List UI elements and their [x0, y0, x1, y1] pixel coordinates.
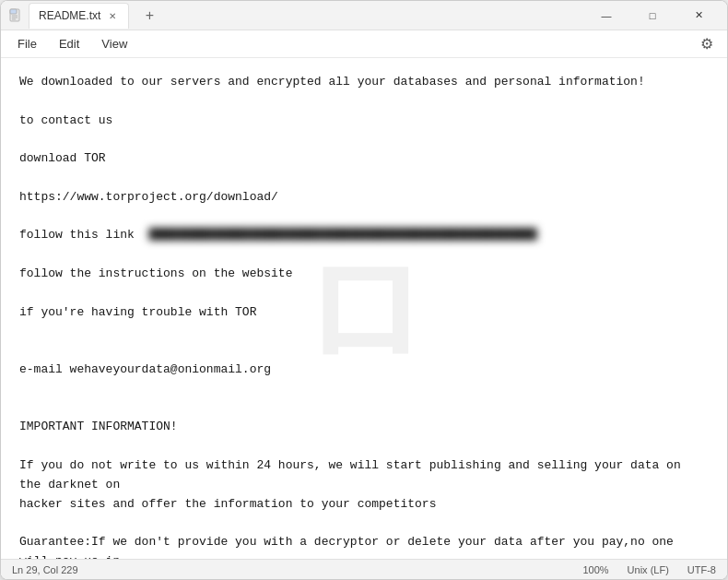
line-2 [19, 92, 709, 112]
line-5: download TOR [19, 149, 709, 169]
line-19: IMPORTANT INFORMATION! [19, 418, 709, 437]
settings-button[interactable]: ⚙ [694, 31, 720, 57]
window-controls: — □ ✕ [585, 1, 720, 30]
line-11: follow the instructions on the website [19, 265, 709, 284]
line-3: to contact us [19, 112, 709, 131]
cursor-position: Ln 29, Col 229 [12, 564, 78, 575]
zoom-level[interactable]: 100% [582, 564, 608, 575]
line-1: We downloaded to our servers and encrypt… [19, 73, 709, 92]
tab-label: README.txt [39, 9, 100, 22]
svg-rect-1 [10, 9, 17, 14]
tab-close-button[interactable]: ✕ [106, 9, 119, 22]
line-20 [19, 437, 709, 456]
titlebar-left: README.txt ✕ + [8, 3, 585, 29]
line-12 [19, 284, 709, 303]
line-23 [19, 514, 709, 533]
maximize-button[interactable]: □ [631, 1, 674, 30]
blurred-link: ████████████████████████████████████████… [142, 228, 537, 242]
line-13: if you're having trouble with TOR [19, 303, 709, 323]
line-8 [19, 207, 709, 227]
line-24: Guarantee:If we don't provide you with a… [19, 533, 709, 559]
line-6 [19, 169, 709, 188]
gear-icon: ⚙ [700, 35, 713, 53]
line-17 [19, 380, 709, 399]
line-16: e-mail wehaveyourdata@onionmail.org [19, 361, 709, 380]
statusbar: Ln 29, Col 229 100% Unix (LF) UTF-8 [1, 559, 727, 579]
menubar: File Edit View ⚙ [1, 30, 727, 58]
close-button[interactable]: ✕ [677, 1, 720, 30]
line-21: If you do not write to us within 24 hour… [19, 456, 709, 495]
encoding[interactable]: UTF-8 [687, 564, 716, 575]
file-menu[interactable]: File [8, 33, 46, 54]
line-18 [19, 399, 709, 419]
line-22: hacker sites and offer the information t… [19, 495, 709, 515]
file-icon [8, 8, 23, 23]
line-15 [19, 341, 709, 361]
line-14 [19, 322, 709, 341]
view-menu[interactable]: View [92, 33, 136, 54]
edit-menu[interactable]: Edit [50, 33, 88, 54]
minimize-button[interactable]: — [585, 1, 628, 30]
document-content: We downloaded to our servers and encrypt… [19, 73, 709, 559]
line-4 [19, 130, 709, 149]
statusbar-right: 100% Unix (LF) UTF-8 [582, 564, 716, 575]
line-ending[interactable]: Unix (LF) [628, 564, 669, 575]
active-tab[interactable]: README.txt ✕ [29, 3, 129, 29]
follow-link-label: follow this link [19, 228, 135, 242]
titlebar: README.txt ✕ + — □ ✕ [1, 1, 727, 30]
new-tab-button[interactable]: + [138, 5, 160, 27]
line-9: follow this link ███████████████████████… [19, 226, 709, 245]
notepad-window: README.txt ✕ + — □ ✕ File Edit View ⚙ ロ … [0, 0, 728, 580]
text-editor[interactable]: ロ We downloaded to our servers and encry… [1, 58, 727, 559]
line-7: https://www.torproject.org/download/ [19, 188, 709, 207]
line-10 [19, 245, 709, 265]
